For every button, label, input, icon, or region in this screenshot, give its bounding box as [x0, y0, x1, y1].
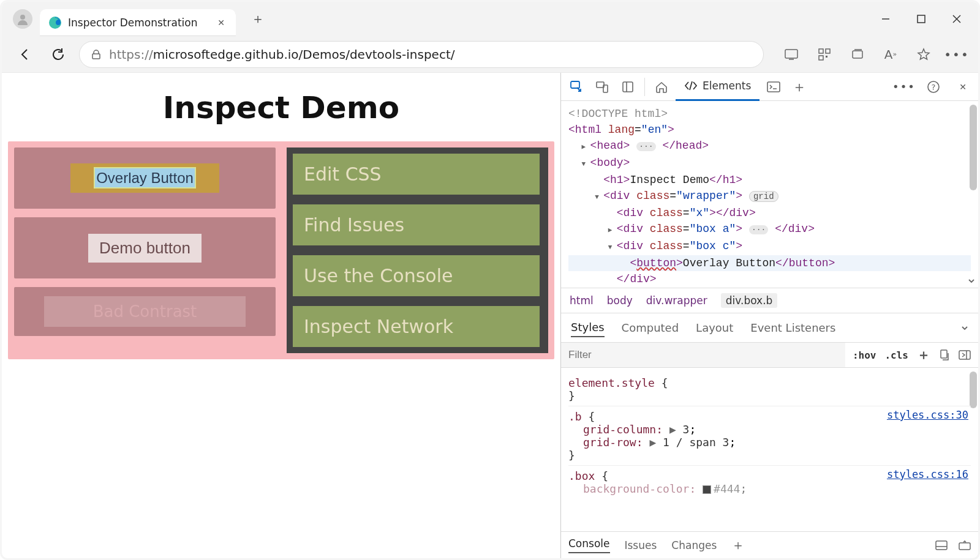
crumb-selected[interactable]: div.box.b — [721, 293, 778, 308]
svg-rect-6 — [92, 54, 100, 59]
favorite-icon[interactable] — [913, 44, 934, 65]
filter-input[interactable] — [561, 343, 845, 367]
menu-item[interactable]: Find Issues — [293, 204, 540, 245]
drawer-add-icon[interactable]: ＋ — [731, 536, 745, 554]
svg-rect-13 — [853, 51, 862, 58]
dock-icon[interactable] — [935, 540, 948, 550]
new-rule-icon[interactable]: ＋ — [917, 346, 930, 364]
address-bar[interactable]: https://microsoftedge.github.io/Demos/de… — [79, 41, 764, 68]
crumb[interactable]: div.wrapper — [646, 294, 707, 307]
computed-tab[interactable]: Computed — [622, 319, 679, 337]
more-menu-icon[interactable]: ••• — [946, 44, 967, 65]
refresh-button[interactable] — [46, 42, 70, 67]
lock-icon — [91, 49, 102, 60]
selected-dom-node[interactable]: <button>Overlay Button</button> — [568, 255, 971, 271]
elements-tab[interactable]: Elements — [676, 73, 760, 101]
tab-title: Inspector Demonstration — [68, 17, 215, 29]
svg-rect-23 — [941, 350, 947, 358]
drawer-tab-issues[interactable]: Issues — [625, 539, 657, 551]
page-heading: Inspect Demo — [8, 90, 554, 125]
menu-item[interactable]: Inspect Network — [293, 306, 540, 347]
bad-contrast-label: Bad Contrast — [44, 296, 246, 327]
browser-toolbar: https://microsoftedge.github.io/Demos/de… — [2, 36, 978, 73]
read-aloud-icon[interactable]: A» — [880, 44, 901, 65]
svg-rect-10 — [826, 49, 830, 53]
dom-breadcrumb: html body div.wrapper div.box.b — [561, 288, 978, 313]
url-text: https://microsoftedge.github.io/Demos/de… — [109, 47, 455, 62]
source-link[interactable]: styles.css:30 — [887, 409, 968, 421]
copy-styles-icon[interactable] — [939, 349, 950, 360]
box-demo: Demo button — [14, 217, 276, 278]
svg-rect-12 — [826, 56, 827, 58]
layout-tab[interactable]: Layout — [696, 319, 733, 337]
console-tab-icon[interactable] — [762, 75, 785, 99]
dom-tree[interactable]: <!DOCTYPE html> <html lang="en"> <head> … — [561, 101, 978, 288]
devtools-tabbar: Elements ＋ ••• ? ✕ — [561, 73, 978, 101]
toggle-sidebar-icon[interactable] — [959, 350, 971, 360]
welcome-tab-icon[interactable] — [650, 75, 673, 99]
box-overlay: Overlay Button — [14, 147, 276, 209]
chevron-down-icon[interactable] — [967, 277, 976, 285]
svg-rect-15 — [571, 81, 579, 88]
svg-rect-7 — [785, 50, 797, 58]
elements-tab-icon — [684, 80, 698, 91]
source-link[interactable]: styles.css:16 — [887, 468, 968, 480]
close-window-button[interactable] — [948, 10, 966, 28]
devtools-drawer: Console Issues Changes ＋ — [561, 531, 978, 558]
more-tabs-icon[interactable]: ＋ — [788, 75, 811, 99]
cls-toggle[interactable]: .cls — [884, 349, 908, 361]
browser-tab[interactable]: Inspector Demonstration ✕ — [40, 9, 236, 36]
chevron-down-icon[interactable] — [960, 323, 970, 333]
styles-filter-row: :hov .cls ＋ — [561, 343, 978, 368]
svg-point-0 — [20, 15, 25, 20]
browser-window: Inspector Demonstration ✕ ＋ https://micr… — [0, 0, 980, 560]
demo-button[interactable]: Demo button — [88, 234, 202, 263]
back-button[interactable] — [13, 42, 37, 67]
svg-text:?: ? — [932, 83, 936, 92]
svg-rect-28 — [959, 543, 970, 550]
help-icon[interactable]: ? — [922, 75, 945, 99]
svg-rect-9 — [819, 49, 823, 53]
new-tab-button[interactable]: ＋ — [247, 8, 269, 30]
expand-drawer-icon[interactable] — [959, 540, 971, 550]
screencast-icon[interactable] — [781, 44, 802, 65]
drawer-tab-changes[interactable]: Changes — [671, 539, 717, 551]
svg-rect-18 — [623, 82, 633, 92]
styles-rules[interactable]: element.style { } styles.css:30 .b { gri… — [561, 368, 978, 531]
activity-bar-icon[interactable] — [616, 75, 639, 99]
overlay-button[interactable]: Overlay Button — [70, 163, 219, 193]
page-viewport: Inspect Demo Overlay Button Demo button … — [2, 73, 560, 558]
crumb[interactable]: html — [570, 294, 594, 307]
demo-grid: Overlay Button Demo button Bad Contrast … — [8, 141, 554, 359]
drawer-tab-console[interactable]: Console — [568, 537, 610, 553]
elements-tab-label: Elements — [703, 80, 751, 92]
titlebar: Inspector Demonstration ✕ ＋ — [2, 2, 978, 36]
menu-column: Edit CSS Find Issues Use the Console Ins… — [287, 147, 548, 353]
collections-icon[interactable] — [847, 44, 868, 65]
minimize-button[interactable] — [876, 10, 895, 28]
svg-rect-26 — [936, 541, 947, 550]
scrollbar-thumb[interactable] — [970, 105, 977, 190]
window-controls — [876, 10, 966, 28]
svg-rect-11 — [819, 56, 823, 60]
svg-rect-3 — [918, 15, 925, 23]
tab-close-icon[interactable]: ✕ — [215, 18, 227, 28]
menu-item[interactable]: Use the Console — [293, 255, 540, 296]
box-bad-contrast: Bad Contrast — [14, 287, 276, 336]
profile-avatar[interactable] — [13, 9, 32, 29]
maximize-button[interactable] — [912, 10, 930, 28]
devtools-panel: Elements ＋ ••• ? ✕ <!DOCTYPE html> <html… — [560, 73, 978, 558]
hov-toggle[interactable]: :hov — [853, 349, 876, 361]
devtools-close-icon[interactable]: ✕ — [951, 75, 974, 99]
styles-tabbar: Styles Computed Layout Event Listeners — [561, 313, 978, 343]
qr-icon[interactable] — [814, 44, 835, 65]
event-listeners-tab[interactable]: Event Listeners — [750, 319, 835, 337]
menu-item[interactable]: Edit CSS — [293, 154, 540, 195]
inspect-element-icon[interactable] — [565, 75, 588, 99]
svg-rect-20 — [767, 82, 780, 92]
edge-favicon — [48, 16, 62, 29]
styles-tab[interactable]: Styles — [571, 318, 605, 337]
devtools-more-icon[interactable]: ••• — [892, 75, 916, 99]
crumb[interactable]: body — [607, 294, 633, 307]
device-toggle-icon[interactable] — [590, 75, 614, 99]
